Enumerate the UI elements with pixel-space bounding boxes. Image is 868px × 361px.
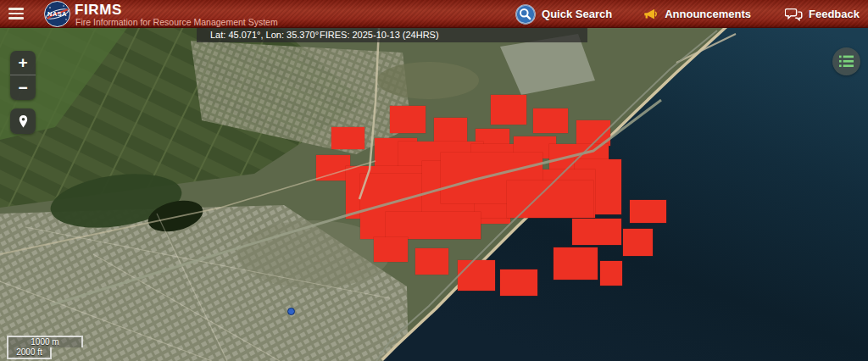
scale-imperial: 2000 ft: [7, 347, 52, 359]
menu-hamburger-icon[interactable]: [8, 8, 24, 20]
fire-detection-rect[interactable]: [600, 261, 622, 286]
announcements-label: Announcements: [665, 8, 751, 20]
fire-detection-rect[interactable]: [374, 237, 408, 262]
fire-detection-rect[interactable]: [331, 127, 364, 149]
map-scale-control: 1000 m 2000 ft: [7, 336, 83, 359]
fire-detection-rect[interactable]: [576, 120, 610, 146]
fire-detection-rect[interactable]: [533, 108, 568, 133]
nasa-logo[interactable]: NASA: [44, 1, 70, 27]
firms-app: NASA FIRMS Fire Information for Resource…: [0, 0, 868, 361]
zoom-control: + −: [10, 51, 36, 100]
fire-detection-rect[interactable]: [316, 155, 350, 180]
fire-detection-rect[interactable]: [554, 247, 598, 280]
page-subtitle: Fire Information for Resource Management…: [75, 17, 278, 27]
app-header: NASA FIRMS Fire Information for Resource…: [0, 0, 868, 28]
fire-detection-rect[interactable]: [390, 106, 426, 133]
chat-bubbles-icon: [785, 7, 803, 22]
zoom-out-button[interactable]: −: [10, 75, 36, 100]
zoom-in-button[interactable]: +: [10, 51, 36, 75]
feedback-button[interactable]: Feedback: [785, 7, 860, 22]
map-poi-dot: [287, 308, 295, 315]
legend-list-icon: [837, 54, 855, 69]
fire-detection-rect[interactable]: [500, 269, 537, 296]
quick-search-button[interactable]: Quick Search: [515, 4, 612, 25]
scale-metric: 1000 m: [7, 336, 83, 347]
fire-detection-rect[interactable]: [630, 200, 666, 223]
fire-detection-rect[interactable]: [386, 212, 481, 239]
map-info-bar: Lat: 45.071°, Lon: 35.370° FIRES: 2025-1…: [197, 28, 587, 42]
megaphone-icon: [643, 7, 659, 22]
fire-detection-rect[interactable]: [623, 229, 653, 256]
fire-detection-rect[interactable]: [572, 219, 621, 245]
fire-detection-rect[interactable]: [491, 95, 526, 125]
magnifier-icon: [515, 4, 536, 25]
quick-search-label: Quick Search: [542, 8, 612, 20]
header-nav: Quick Search Announcements Feedback: [515, 0, 860, 28]
locate-me-button[interactable]: [10, 108, 36, 134]
announcements-button[interactable]: Announcements: [643, 7, 751, 22]
fire-detection-rect[interactable]: [458, 260, 495, 291]
legend-toggle-button[interactable]: [832, 47, 860, 75]
fire-detections-layer[interactable]: [0, 0, 868, 361]
cursor-coordinates: Lat: 45.071°, Lon: 35.370°: [210, 28, 319, 42]
svg-text:NASA: NASA: [47, 10, 67, 18]
feedback-label: Feedback: [809, 8, 860, 20]
fire-detection-rect[interactable]: [507, 180, 593, 218]
fires-date-label: FIRES: 2025-10-13 (24HRS): [320, 28, 439, 42]
fire-detection-rect[interactable]: [415, 248, 448, 275]
location-pin-icon: [17, 114, 30, 129]
